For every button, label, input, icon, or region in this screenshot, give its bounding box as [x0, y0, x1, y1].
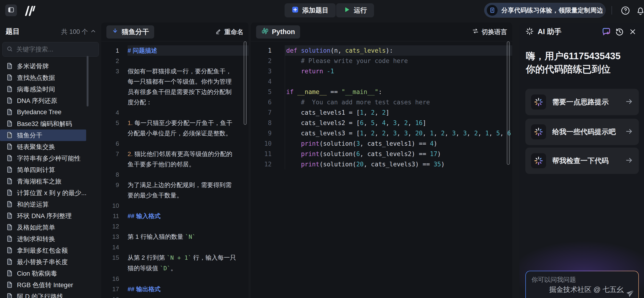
- line-content[interactable]: [128, 294, 248, 298]
- notifications-bell-icon[interactable]: [636, 6, 644, 15]
- code-editor[interactable]: 1def solution(n, cats_levels):2 # Please…: [251, 42, 512, 298]
- collapse-sidebar-button[interactable]: [5, 4, 17, 16]
- editor-line[interactable]: 9为了满足上边的分配规则，需要得到需要的最少鱼干数量。: [101, 180, 248, 200]
- problem-search[interactable]: [2, 42, 99, 57]
- line-content[interactable]: 2. 猫比他们邻居有更高等级值的分配的鱼干要多于他们的邻居。: [128, 149, 248, 169]
- line-content[interactable]: cats_levels2 = [6, 5, 4, 3, 2, 16]: [285, 118, 512, 128]
- sidebar-item[interactable]: 进制求和转换: [0, 233, 86, 245]
- editor-line[interactable]: 16: [101, 274, 248, 284]
- search-input[interactable]: [16, 46, 100, 53]
- editor-line[interactable]: 2: [101, 56, 248, 66]
- switch-language-button[interactable]: 切换语言: [472, 27, 507, 36]
- editor-line[interactable]: 7 cats_levels1 = [1, 2, 2]: [251, 107, 512, 118]
- editor-line[interactable]: 12: [101, 221, 248, 232]
- line-content[interactable]: print(solution(6, cats_levels2) == 17): [285, 149, 512, 159]
- line-content[interactable]: if __name__ == "__main__":: [285, 87, 512, 97]
- sidebar-item[interactable]: 计算位置 x 到 y 的最少...: [0, 187, 86, 199]
- editor-line[interactable]: 11 print(solution(6, cats_levels2) == 17…: [251, 149, 512, 159]
- sidebar-item[interactable]: RGB 色值转 Integer: [0, 279, 86, 291]
- ai-suggestion-card[interactable]: 给我一些代码提示吧: [525, 119, 639, 145]
- sidebar-item[interactable]: 字符串有多少种可能性: [0, 152, 86, 164]
- sidebar-item[interactable]: 环状 DNA 序列整理: [0, 210, 86, 222]
- sidebar-scrollbar[interactable]: [86, 56, 88, 107]
- description-scrollbar[interactable]: [244, 41, 247, 125]
- sidebar-item[interactable]: Base32 编码和解码: [0, 118, 86, 130]
- help-icon[interactable]: [620, 6, 630, 15]
- editor-line[interactable]: 15从第 2 行到第 `N + 1` 行，输入每一只猫的等级值 `D`。: [101, 252, 248, 274]
- line-content[interactable]: # You can add more test cases here: [285, 97, 512, 107]
- editor-line[interactable]: 8: [101, 169, 248, 180]
- line-content[interactable]: return -1: [285, 66, 512, 76]
- ai-suggestion-card[interactable]: 帮我检查一下代码: [525, 148, 639, 174]
- ai-question-input[interactable]: [531, 276, 604, 284]
- editor-line[interactable]: 8 cats_levels2 = [6, 5, 4, 3, 2, 16]: [251, 118, 512, 128]
- line-content[interactable]: 从第 2 行到第 `N + 1` 行，输入每一只猫的等级值 `D`。: [128, 252, 248, 274]
- editor-line[interactable]: 3 return -1: [251, 66, 512, 76]
- line-content[interactable]: [128, 221, 248, 232]
- editor-line[interactable]: 6 # You can add more test cases here: [251, 97, 512, 107]
- sidebar-item[interactable]: 猫鱼分干: [0, 130, 86, 141]
- editor-line[interactable]: 5if __name__ == "__main__":: [251, 87, 512, 97]
- line-content[interactable]: [285, 76, 512, 87]
- sidebar-item[interactable]: 链表聚集交换: [0, 141, 86, 152]
- editor-line[interactable]: 14: [101, 242, 248, 252]
- sidebar-item[interactable]: Bytedance Tree: [0, 107, 86, 118]
- sidebar-item[interactable]: 及格如此简单: [0, 222, 86, 233]
- sidebar-item[interactable]: 病毒感染时间: [0, 83, 86, 95]
- line-content[interactable]: [128, 56, 248, 66]
- sidebar-item[interactable]: DNA 序列还原: [0, 95, 86, 107]
- line-content[interactable]: [128, 139, 248, 149]
- editor-line[interactable]: 1def solution(n, cats_levels):: [251, 45, 512, 56]
- sidebar-item[interactable]: 简单四则计算: [0, 164, 86, 175]
- line-content[interactable]: 假如有一群猫排成一行，要分配鱼干，每一只猫都有一个等级值。你作为管理员有很多鱼干…: [128, 66, 248, 107]
- line-content[interactable]: [128, 274, 248, 284]
- promo-banner[interactable]: 分享代码练习体验，领限量定制周边: [484, 3, 606, 18]
- line-content[interactable]: 为了满足上边的分配规则，需要得到需要的最少鱼干数量。: [128, 180, 248, 200]
- sidebar-item[interactable]: 查找热点数据: [0, 72, 86, 83]
- editor-line[interactable]: 17## 输出格式: [101, 284, 248, 294]
- sidebar-item[interactable]: Cion 勒索病毒: [0, 268, 86, 279]
- editor-line[interactable]: 72. 猫比他们邻居有更高等级值的分配的鱼干要多于他们的邻居。: [101, 149, 248, 169]
- line-content[interactable]: [128, 200, 248, 211]
- sidebar-item[interactable]: 多米诺骨牌: [0, 60, 86, 72]
- editor-line[interactable]: 4: [101, 107, 248, 118]
- line-content[interactable]: # Please write your code here: [285, 56, 512, 66]
- editor-line[interactable]: 6: [101, 139, 248, 149]
- editor-line[interactable]: 1# 问题描述: [101, 45, 248, 56]
- sidebar-item[interactable]: 阿 D 的飞行路线: [0, 291, 86, 298]
- add-problem-button[interactable]: 添加题目: [284, 3, 336, 17]
- line-content[interactable]: cats_levels3 = [1, 2, 2, 3, 3, 20, 1, 2,…: [285, 128, 512, 139]
- editor-line[interactable]: 18: [101, 294, 248, 298]
- line-content[interactable]: ## 输入格式: [128, 211, 248, 221]
- new-chat-icon[interactable]: [601, 26, 612, 37]
- line-content[interactable]: # 问题描述: [128, 45, 248, 56]
- send-icon[interactable]: [625, 289, 636, 298]
- rename-button[interactable]: 重命名: [215, 28, 244, 36]
- line-content[interactable]: [128, 169, 248, 180]
- code-scrollbar[interactable]: [507, 41, 510, 165]
- line-content[interactable]: cats_levels1 = [1, 2, 2]: [285, 107, 512, 118]
- editor-line[interactable]: 3假如有一群猫排成一行，要分配鱼干，每一只猫都有一个等级值。你作为管理员有很多鱼…: [101, 66, 248, 107]
- line-content[interactable]: ## 输出格式: [128, 284, 248, 294]
- language-tab[interactable]: Python: [256, 25, 300, 38]
- editor-line[interactable]: 4: [251, 76, 512, 87]
- line-content[interactable]: print(solution(3, cats_levels1) == 4): [285, 139, 512, 149]
- editor-line[interactable]: 51. 每一只猫至少要分配一斤鱼干，鱼干分配最小单位是斤，必须保证是整数。: [101, 118, 248, 139]
- line-content[interactable]: [128, 242, 248, 252]
- sidebar-item[interactable]: 最小替换子串长度: [0, 256, 86, 268]
- line-content[interactable]: def solution(n, cats_levels):: [285, 45, 512, 56]
- line-content[interactable]: 第 1 行输入猫的数量 `N`: [128, 232, 248, 242]
- chevron-up-icon[interactable]: [90, 28, 96, 35]
- problem-tab[interactable]: 猫鱼分干: [106, 25, 154, 38]
- editor-line[interactable]: 11## 输入格式: [101, 211, 248, 221]
- app-logo[interactable]: [24, 5, 36, 17]
- run-button[interactable]: 运行: [336, 3, 374, 17]
- editor-line[interactable]: 10: [101, 200, 248, 211]
- sidebar-item[interactable]: 青海湖租车之旅: [0, 175, 86, 187]
- ai-suggestion-card[interactable]: 需要一点思路提示: [525, 89, 639, 115]
- editor-line[interactable]: 10 print(solution(3, cats_levels1) == 4): [251, 139, 512, 149]
- editor-line[interactable]: 2 # Please write your code here: [251, 56, 512, 66]
- history-icon[interactable]: [614, 26, 625, 37]
- editor-line[interactable]: 13第 1 行输入猫的数量 `N`: [101, 232, 248, 242]
- close-icon[interactable]: [628, 26, 638, 37]
